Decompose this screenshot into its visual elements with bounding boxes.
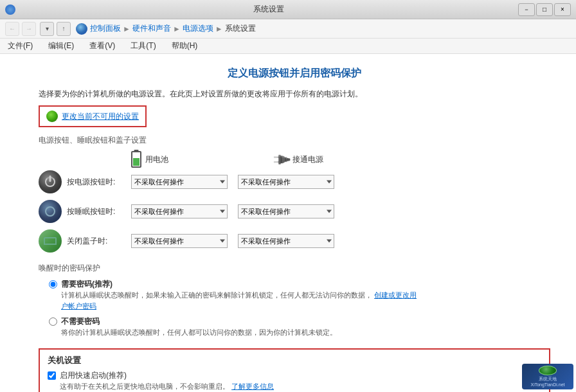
menu-edit[interactable]: 编辑(E) [46, 39, 76, 53]
nav-icon [76, 23, 87, 35]
shutdown-title: 关机设置 [48, 355, 541, 366]
window-title: 系统设置 [19, 4, 518, 15]
nav-bar: ← → ▾ ↑ 控制面板 ► 硬件和声音 ► 电源选项 ► 系统设置 [0, 19, 576, 39]
no-password-label: 不需要密码 [61, 316, 337, 327]
need-password-content: 需要密码(推荐) 计算机从睡眠状态唤醒时，如果未输入正确的密码来解除计算机锁定，… [61, 279, 421, 311]
no-password-item: 不需要密码 将你的计算机从睡眠状态唤醒时，任何人都可以访问你的数据，因为你的计算… [49, 316, 550, 338]
menu-view[interactable]: 查看(V) [87, 39, 118, 53]
recent-button[interactable]: ▾ [40, 22, 54, 36]
sleep-button-icon [39, 200, 62, 223]
sleep-ac-select-wrapper[interactable]: 不采取任何操作 睡眠 休眠 关机 [238, 204, 334, 218]
power-ac-select-wrapper[interactable]: 不采取任何操作 睡眠 休眠 关机 [238, 175, 334, 189]
power-button-label: 按电源按钮时: [67, 177, 131, 188]
need-password-desc: 计算机从睡眠状态唤醒时，如果未输入正确的密码来解除计算机锁定，任何人都无法访问你… [61, 290, 421, 311]
no-password-content: 不需要密码 将你的计算机从睡眠状态唤醒时，任何人都可以访问你的数据，因为你的计算… [61, 316, 337, 338]
power-buttons-section: 按电源按钮时: 不采取任何操作 睡眠 休眠 关机 不采取任何操作 睡眠 休眠 [39, 170, 550, 253]
minimize-button[interactable]: － [518, 3, 535, 16]
main-content: 定义电源按钮并启用密码保护 选择要为你的计算机所做的电源设置。在此页上对设置所做… [0, 54, 576, 392]
window-controls: － □ × [518, 3, 571, 16]
sleep-button-label: 按睡眠按钮时: [67, 206, 131, 217]
fast-startup-checkbox[interactable] [48, 371, 56, 380]
sleep-ac-select[interactable]: 不采取任何操作 睡眠 休眠 关机 [238, 204, 334, 218]
maximize-button[interactable]: □ [536, 3, 553, 16]
watermark-text: 系统天地XiTongTianDi.net [530, 377, 564, 388]
power-button-icon [39, 170, 62, 193]
breadcrumb-current: 系统设置 [225, 23, 256, 34]
no-password-radio[interactable] [49, 317, 57, 326]
sleep-battery-select-wrapper[interactable]: 不采取任何操作 睡眠 休眠 关机 [131, 204, 228, 218]
learn-more-link[interactable]: 了解更多信息 [231, 382, 274, 390]
shutdown-box: 关机设置 启用快速启动(推荐) 这有助于在关机之后更快地启动电脑，不会影响重启。… [39, 348, 550, 392]
menu-bar: 文件(F) 编辑(E) 查看(V) 工具(T) 帮助(H) [0, 39, 576, 54]
power-ac-select[interactable]: 不采取任何操作 睡眠 休眠 关机 [238, 175, 334, 189]
fast-startup-item: 启用快速启动(推荐) 这有助于在关机之后更快地启动电脑，不会影响重启。 了解更多… [48, 370, 541, 392]
menu-help[interactable]: 帮助(H) [169, 39, 201, 53]
fast-startup-content: 启用快速启动(推荐) 这有助于在关机之后更快地启动电脑，不会影响重启。 了解更多… [60, 370, 274, 392]
lid-ac-select-wrapper[interactable]: 不采取任何操作 睡眠 休眠 关机 [238, 234, 334, 248]
breadcrumb-level3[interactable]: 电源选项 [183, 23, 213, 34]
power-column-header: 🔌 接通电源 [273, 153, 375, 166]
sleep-button-row: 按睡眠按钮时: 不采取任何操作 睡眠 休眠 关机 不采取任何操作 睡眠 休眠 [39, 200, 550, 223]
power-buttons-label: 电源按钮、睡眠按钮和盖子设置 [39, 135, 550, 146]
need-password-radio[interactable] [49, 280, 57, 289]
lid-battery-select[interactable]: 不采取任何操作 睡眠 休眠 关机 [131, 234, 228, 248]
menu-tools[interactable]: 工具(T) [128, 39, 158, 53]
settings-icon [46, 111, 58, 122]
power-battery-select[interactable]: 不采取任何操作 睡眠 休眠 关机 [131, 175, 228, 189]
no-password-desc: 将你的计算机从睡眠状态唤醒时，任何人都可以访问你的数据，因为你的计算机未锁定。 [61, 327, 337, 338]
lid-ac-select[interactable]: 不采取任何操作 睡眠 休眠 关机 [238, 234, 334, 248]
fast-startup-desc: 这有助于在关机之后更快地启动电脑，不会影响重启。 了解更多信息 [60, 381, 274, 392]
wake-section-label: 唤醒时的密码保护 [39, 263, 550, 274]
up-button[interactable]: ↑ [57, 22, 71, 36]
sleep-battery-select[interactable]: 不采取任何操作 睡眠 休眠 关机 [131, 204, 228, 218]
forward-button[interactable]: → [22, 22, 36, 36]
lid-row: 关闭盖子时: 不采取任何操作 睡眠 休眠 关机 不采取任何操作 睡眠 休眠 [39, 229, 550, 253]
radio-group: 需要密码(推荐) 计算机从睡眠状态唤醒时，如果未输入正确的密码来解除计算机锁定，… [49, 279, 550, 338]
need-password-item: 需要密码(推荐) 计算机从睡眠状态唤醒时，如果未输入正确的密码来解除计算机锁定，… [49, 279, 550, 311]
content-area: 定义电源按钮并启用密码保护 选择要为你的计算机所做的电源设置。在此页上对设置所做… [0, 54, 576, 392]
breadcrumb-level2[interactable]: 硬件和声音 [132, 23, 171, 34]
power-button-row: 按电源按钮时: 不采取任何操作 睡眠 休眠 关机 不采取任何操作 睡眠 休眠 [39, 170, 550, 193]
change-settings-label: 更改当前不可用的设置 [62, 111, 139, 122]
lid-battery-select-wrapper[interactable]: 不采取任何操作 睡眠 休眠 关机 [131, 234, 228, 248]
plug-icon: 🔌 [271, 149, 291, 170]
breadcrumb-root[interactable]: 控制面板 [90, 23, 121, 34]
change-settings-button[interactable]: 更改当前不可用的设置 [39, 105, 147, 127]
lid-label: 关闭盖子时: [67, 236, 131, 247]
watermark-globe-icon [539, 366, 557, 375]
title-bar: 系统设置 － □ × [0, 0, 576, 19]
lid-icon [39, 229, 62, 253]
battery-icon [131, 151, 141, 168]
window-icon [5, 4, 15, 15]
need-password-label: 需要密码(推荐) [61, 279, 421, 290]
menu-file[interactable]: 文件(F) [5, 39, 35, 53]
watermark: 系统天地XiTongTianDi.net [522, 364, 573, 389]
page-title: 定义电源按钮并启用密码保护 [39, 67, 550, 80]
breadcrumb: 控制面板 ► 硬件和声音 ► 电源选项 ► 系统设置 [90, 23, 571, 34]
description-text: 选择要为你的计算机所做的电源设置。在此页上对设置所做的更改将应用于你所有的电源计… [39, 88, 550, 100]
fast-startup-label: 启用快速启动(推荐) [60, 370, 274, 381]
wake-section: 唤醒时的密码保护 需要密码(推荐) 计算机从睡眠状态唤醒时，如果未输入正确的密码… [39, 263, 550, 338]
back-button[interactable]: ← [5, 22, 19, 36]
close-button[interactable]: × [554, 3, 571, 16]
column-headers: 用电池 🔌 接通电源 [131, 151, 550, 168]
battery-column-header: 用电池 [131, 151, 234, 168]
power-battery-select-wrapper[interactable]: 不采取任何操作 睡眠 休眠 关机 [131, 175, 228, 189]
